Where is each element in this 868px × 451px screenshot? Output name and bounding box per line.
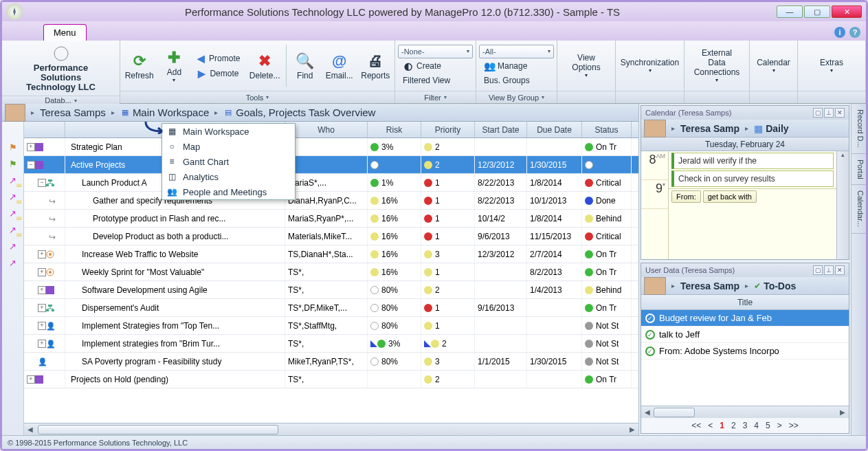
status-cell[interactable]: On Tr xyxy=(582,263,632,280)
dropdown-item[interactable]: ◫Analytics xyxy=(162,169,295,184)
risk-cell[interactable]: 16% xyxy=(368,228,421,245)
start-cell[interactable]: 9/6/2013 xyxy=(475,228,527,245)
who-cell[interactable]: TS*,DF,MikeT,... xyxy=(285,299,368,316)
pager-page[interactable]: 3 xyxy=(743,421,748,430)
user-avatar[interactable] xyxy=(5,104,25,122)
due-cell[interactable]: 8/2/2013 xyxy=(527,263,582,280)
add-button[interactable]: ✚Add▾ xyxy=(158,42,190,89)
start-cell[interactable]: 8/22/2013 xyxy=(475,192,527,209)
tree-toggle-icon[interactable]: − xyxy=(27,161,35,169)
priority-cell[interactable]: 1 xyxy=(421,228,475,245)
row-marker-icon[interactable]: ↗✉ xyxy=(5,189,21,204)
row-marker-icon[interactable]: ↗✉ xyxy=(5,173,21,188)
v-scrollbar[interactable]: ▴ xyxy=(836,151,849,259)
vtab-record[interactable]: Record D... xyxy=(852,104,866,154)
col-due[interactable]: Due Date xyxy=(527,122,582,138)
extras-button[interactable]: Extras▾ xyxy=(799,42,864,89)
priority-cell[interactable]: 2 xyxy=(421,156,475,173)
calendar-crumb-view[interactable]: Daily xyxy=(766,123,788,134)
table-row[interactable]: +👤Implement strategies from "Brim Tur...… xyxy=(24,335,638,353)
row-marker-icon[interactable]: ↗✉ xyxy=(5,222,21,237)
risk-cell[interactable] xyxy=(368,371,421,388)
pager-next[interactable]: > xyxy=(777,421,782,430)
col-start[interactable]: Start Date xyxy=(475,122,527,138)
calendar-event[interactable]: Jerald will verify if the xyxy=(671,153,834,169)
priority-cell[interactable]: 2 xyxy=(421,335,475,352)
pane-pin-icon[interactable]: ⊥ xyxy=(824,265,834,275)
tree-toggle-icon[interactable]: + xyxy=(38,286,46,294)
row-marker-icon[interactable]: ⚑ xyxy=(5,156,21,171)
tree-cell[interactable]: + xyxy=(24,371,65,388)
help-icon[interactable]: ? xyxy=(849,27,860,38)
find-button[interactable]: 🔍Find xyxy=(289,42,321,89)
calendar-date-header[interactable]: Tuesday, February 24 xyxy=(641,138,849,151)
status-cell[interactable] xyxy=(582,156,632,173)
due-cell[interactable]: 1/8/2014 xyxy=(527,174,582,191)
pane-close-icon[interactable]: ✕ xyxy=(835,265,845,275)
crumb-sep-icon[interactable]: ▸ xyxy=(28,109,37,116)
who-cell[interactable]: DianaH,RyanP,C... xyxy=(285,192,368,209)
risk-cell[interactable]: 16% xyxy=(368,210,421,227)
todo-item[interactable]: ✓Budget review for Jan & Feb xyxy=(641,310,849,327)
title-cell[interactable]: Implement strategies from "Brim Tur... xyxy=(65,335,285,352)
priority-cell[interactable]: 3 xyxy=(421,245,475,263)
tree-cell[interactable]: + xyxy=(24,245,65,263)
due-cell[interactable] xyxy=(527,138,582,155)
status-cell[interactable]: On Tr xyxy=(582,299,632,316)
status-cell[interactable]: On Tr xyxy=(582,371,632,388)
row-marker-icon[interactable]: ↗ xyxy=(5,255,21,270)
risk-cell[interactable]: 80% xyxy=(368,299,421,316)
table-row[interactable]: ↪Develop Product as both a producti...Ma… xyxy=(24,228,638,245)
tree-toggle-icon[interactable]: + xyxy=(27,143,35,151)
row-marker-icon[interactable] xyxy=(5,123,21,138)
start-cell[interactable]: 12/3/2012 xyxy=(475,245,527,263)
todo-item[interactable]: ✓From: Adobe Systems Incorpo xyxy=(641,343,849,360)
tree-cell[interactable]: +👤 xyxy=(24,317,65,334)
tree-toggle-icon[interactable]: + xyxy=(38,304,46,312)
due-cell[interactable]: 11/15/2013 xyxy=(527,228,582,245)
row-marker-icon[interactable]: ↗ xyxy=(5,239,21,254)
pager-first[interactable]: << xyxy=(691,421,701,430)
tree-cell[interactable]: 👤 xyxy=(24,353,65,370)
sync-button[interactable]: Synchronization▾ xyxy=(617,42,682,89)
title-cell[interactable]: Prototype product in Flash and rec... xyxy=(65,210,285,227)
brand-button[interactable]: Performance Solutions Technology LLC xyxy=(3,42,118,94)
start-cell[interactable] xyxy=(475,371,527,388)
dropdown-item[interactable]: ○Map xyxy=(162,139,295,154)
time-slot[interactable]: 8AM xyxy=(641,151,668,180)
table-row[interactable]: +👤Implement Strategies from "Top Ten...T… xyxy=(24,317,638,335)
filter-group-label[interactable]: Filter▾ xyxy=(395,91,476,103)
priority-cell[interactable]: 2 xyxy=(421,281,475,298)
pane-pin-icon[interactable]: ⊥ xyxy=(824,108,834,118)
dropdown-item[interactable]: ▦Main Workspace xyxy=(162,124,295,139)
priority-cell[interactable]: 1 xyxy=(421,174,475,191)
tree-cell[interactable]: ↪ xyxy=(24,228,65,245)
priority-cell[interactable]: 1 xyxy=(421,299,475,316)
pane-close-icon[interactable]: ✕ xyxy=(835,108,845,118)
priority-cell[interactable]: 3 xyxy=(421,353,475,370)
external-data-button[interactable]: External Data Connections▾ xyxy=(686,42,748,89)
h-scrollbar[interactable]: ◀ ▶ xyxy=(24,423,638,435)
crumb-user[interactable]: Teresa Samps xyxy=(40,107,106,118)
crumb-workspace[interactable]: ▦Main Workspace xyxy=(120,107,209,118)
priority-cell[interactable]: 1 xyxy=(421,192,475,209)
status-cell[interactable]: Not St xyxy=(582,317,632,334)
start-cell[interactable] xyxy=(475,138,527,155)
risk-cell[interactable] xyxy=(368,156,421,173)
due-cell[interactable] xyxy=(527,299,582,316)
tree-toggle-icon[interactable]: + xyxy=(38,268,46,276)
status-cell[interactable]: Not St xyxy=(582,335,632,352)
risk-cell[interactable]: 3% xyxy=(368,335,421,352)
table-row[interactable]: −Launch Product AMariaS*,...1%18/22/2013… xyxy=(24,174,638,192)
tree-toggle-icon[interactable]: + xyxy=(27,375,35,384)
filtered-view-button[interactable]: Filtered View xyxy=(398,74,473,87)
priority-cell[interactable]: 1 xyxy=(421,317,475,334)
tree-cell[interactable]: − xyxy=(24,156,65,173)
due-cell[interactable]: 1/4/2013 xyxy=(527,281,582,298)
start-cell[interactable]: 8/22/2013 xyxy=(475,174,527,191)
priority-cell[interactable]: 1 xyxy=(421,210,475,227)
title-cell[interactable]: SA Poverty program - Feasibility study xyxy=(65,353,285,370)
who-cell[interactable]: MariaS,RyanP*,... xyxy=(285,210,368,227)
demote-button[interactable]: ▶Demote xyxy=(191,66,245,81)
table-row[interactable]: +Increase Web Traffic to WebsiteTS,Diana… xyxy=(24,245,638,263)
